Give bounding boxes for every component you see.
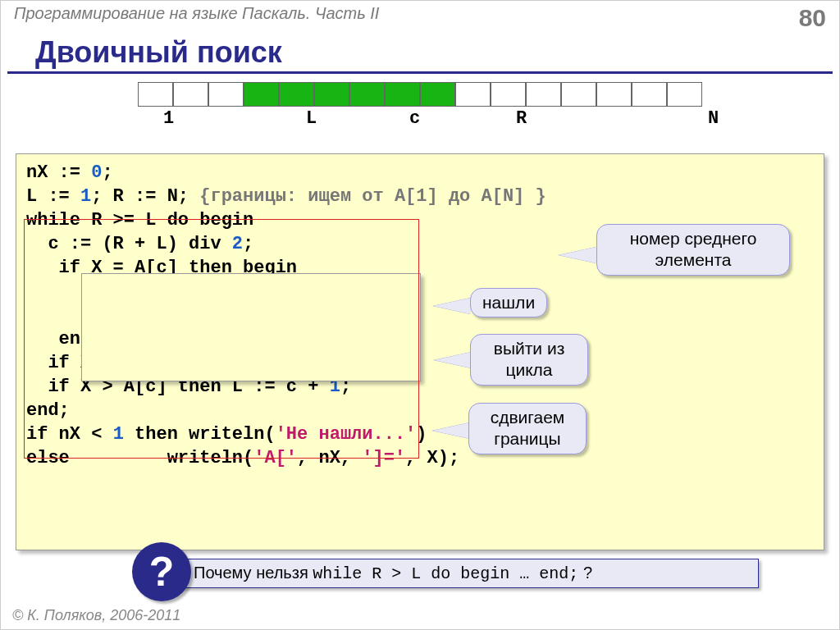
array-cell: [244, 82, 279, 107]
slide-header: Программирование на языке Паскаль. Часть…: [1, 1, 839, 32]
array-labels: 1 L c R N: [1, 108, 839, 131]
array-cell: [385, 82, 420, 107]
label-1: 1: [163, 108, 174, 129]
code-text: nX := 0; L := 1; R := N; {границы: ищем …: [16, 154, 824, 477]
question-bar: Почему нельзя while R > L do begin … end…: [144, 559, 759, 588]
array-cell: [596, 82, 632, 107]
callout-exit-loop: выйти изцикла: [470, 334, 588, 386]
array-cell: [667, 82, 702, 107]
array-visualization: [1, 82, 839, 107]
page-number: 80: [799, 4, 826, 32]
label-N: N: [708, 108, 719, 129]
array-cell: [208, 82, 244, 107]
array-cell: [279, 82, 314, 107]
code-block: nX := 0; L := 1; R := N; {границы: ищем …: [16, 153, 824, 550]
array-cell: [632, 82, 667, 107]
array-cell: [420, 82, 455, 107]
breadcrumb: Программирование на языке Паскаль. Часть…: [14, 4, 379, 23]
callout-tail: [434, 352, 472, 368]
question-mark-icon: ?: [132, 542, 191, 601]
callout-tail: [433, 298, 471, 314]
array-cell: [173, 82, 208, 107]
array-cell: [526, 82, 561, 107]
copyright-footer: © К. Поляков, 2006-2011: [12, 607, 180, 624]
callout-middle-index: номер среднегоэлемента: [596, 224, 790, 276]
array-cell: [138, 82, 173, 107]
callout-tail: [559, 247, 596, 263]
array-cell: [455, 82, 491, 107]
callout-tail: [432, 422, 470, 439]
array-cell: [561, 82, 596, 107]
label-R: R: [516, 108, 527, 129]
array-cell: [491, 82, 526, 107]
question-text: Почему нельзя while R > L do begin … end…: [194, 564, 592, 583]
label-L: L: [306, 108, 317, 129]
callout-shift-bounds: сдвигаемграницы: [468, 403, 587, 454]
page-title: Двоичный поиск: [7, 32, 833, 74]
array-cell: [349, 82, 385, 107]
array-cell: [314, 82, 349, 107]
callout-found: нашли: [470, 288, 547, 317]
label-c: c: [409, 108, 420, 129]
